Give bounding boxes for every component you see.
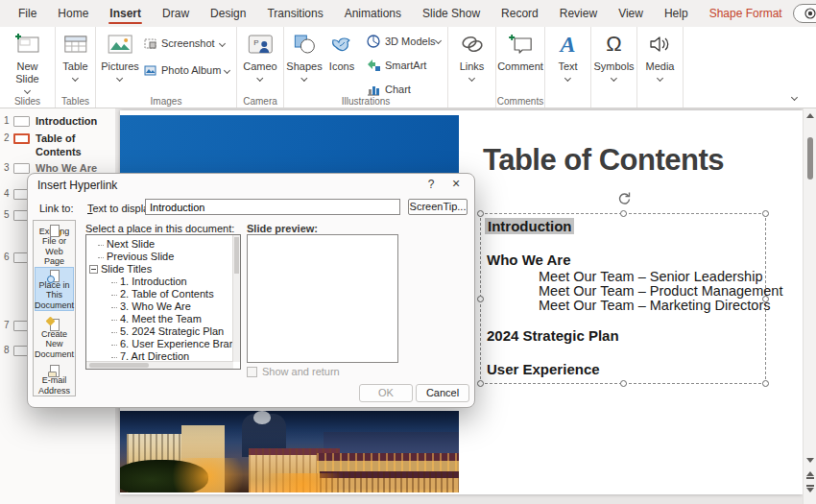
3d-models-button[interactable]: 3D Models: [367, 35, 436, 48]
vertical-scrollbar[interactable]: [803, 108, 816, 504]
menu-tab-animations[interactable]: Animations: [334, 0, 412, 27]
email-address-icon: [47, 365, 62, 373]
tree-horizontal-scrollbar[interactable]: [86, 361, 233, 369]
tree-item-slide-5[interactable]: 5. 2024 Strategic Plan: [86, 325, 230, 338]
collapse-ribbon-icon[interactable]: [791, 94, 798, 101]
links-button[interactable]: Links: [459, 31, 486, 81]
slide-title-text[interactable]: Table of Contents: [483, 143, 724, 178]
resize-handle-top-right[interactable]: [762, 210, 769, 217]
scrollbar-thumb[interactable]: [807, 137, 813, 180]
3d-models-icon: [367, 35, 380, 48]
cameo-label: Cameo: [243, 60, 276, 73]
tree-item-slide-3[interactable]: 3. Who We Are: [86, 300, 230, 313]
place-in-document-option[interactable]: Place in This Document: [35, 267, 74, 311]
icons-label: Icons: [329, 60, 354, 73]
group-label-slides: Slides: [0, 96, 55, 107]
table-button[interactable]: Table: [62, 31, 87, 81]
show-and-return-label: Show and return: [262, 366, 340, 377]
toc-line-marketing-directors[interactable]: Meet Our Team – Marketing Directors: [539, 298, 770, 313]
resize-handle-bottom-right[interactable]: [762, 380, 769, 387]
menu-tab-shape-format[interactable]: Shape Format: [699, 0, 793, 27]
tree-vertical-scrollbar[interactable]: [232, 235, 240, 362]
show-and-return-checkbox[interactable]: [247, 367, 257, 377]
screenshot-icon: [144, 38, 156, 49]
text-button[interactable]: A Text: [558, 31, 577, 81]
symbols-button[interactable]: Ω Symbols: [593, 31, 634, 81]
next-slide-button[interactable]: [806, 485, 814, 492]
menu-tab-slide-show[interactable]: Slide Show: [412, 0, 491, 27]
menu-tab-help[interactable]: Help: [654, 0, 699, 27]
new-slide-button[interactable]: New Slide: [10, 31, 46, 93]
toc-line-product-management[interactable]: Meet Our Team – Product Management: [539, 283, 782, 299]
screentip-button[interactable]: ScreenTip...: [408, 199, 468, 215]
previous-slide-button[interactable]: [806, 471, 814, 479]
toc-line-strategic-plan[interactable]: 2024 Strategic Plan: [487, 327, 619, 344]
screenshot-label: Screenshot: [161, 37, 215, 49]
photo-album-dropdown-icon[interactable]: [224, 67, 230, 74]
menu-tab-home[interactable]: Home: [47, 0, 99, 27]
toc-line-senior-leadership[interactable]: Meet Our Team – Senior Leadership: [539, 269, 762, 284]
menu-tab-transitions[interactable]: Transitions: [256, 0, 333, 27]
table-label: Table: [62, 60, 87, 73]
3d-models-dropdown-icon[interactable]: [435, 37, 442, 44]
icons-button[interactable]: Icons: [329, 31, 354, 73]
screenshot-button[interactable]: Screenshot: [144, 37, 225, 49]
rotation-handle[interactable]: [616, 191, 632, 210]
photo-album-button[interactable]: Photo Album: [144, 64, 221, 76]
show-and-return-row: Show and return: [247, 366, 340, 377]
email-address-option[interactable]: E-mail Address: [35, 363, 74, 396]
tree-item-slide-titles[interactable]: Slide Titles: [86, 263, 230, 276]
toc-line-user-experience[interactable]: User Experience: [487, 361, 600, 377]
chart-button[interactable]: Chart: [367, 83, 411, 96]
toc-line-who-we-are[interactable]: Who We Are: [487, 252, 571, 268]
collapse-expander-icon[interactable]: [89, 265, 98, 274]
resize-handle-top-center[interactable]: [620, 210, 627, 217]
smartart-button[interactable]: SmartArt: [367, 59, 426, 72]
scroll-down-icon[interactable]: [806, 458, 814, 463]
slide-number: 4: [4, 188, 10, 199]
menu-tab-insert[interactable]: Insert: [99, 0, 152, 27]
cancel-button[interactable]: Cancel: [416, 384, 469, 402]
links-label: Links: [460, 60, 485, 73]
menu-tab-record[interactable]: Record: [491, 0, 549, 27]
tree-item-slide-1[interactable]: 1. Introduction: [86, 276, 230, 288]
tree-item-slide-2[interactable]: 2. Table of Contents: [86, 288, 230, 300]
scroll-up-icon[interactable]: [806, 113, 814, 118]
tree-item-slide-4[interactable]: 4. Meet the Team: [86, 313, 230, 325]
ok-button[interactable]: OK: [359, 384, 413, 402]
resize-handle-middle-left[interactable]: [477, 296, 484, 302]
shapes-button[interactable]: Shapes: [286, 31, 322, 81]
resize-handle-middle-right[interactable]: [762, 296, 769, 302]
ribbon-group-tables: Table Tables: [56, 27, 96, 108]
menu-tab-file[interactable]: File: [8, 0, 47, 27]
cameo-button[interactable]: P Cameo: [243, 31, 276, 81]
pictures-button[interactable]: Pictures: [101, 31, 139, 81]
media-button[interactable]: Media: [646, 31, 675, 81]
slide-content-textbox[interactable]: Introduction Who We Are Meet Our Team – …: [480, 213, 766, 384]
tree-item-previous-slide[interactable]: Previous Slide: [86, 251, 230, 263]
tree-item-next-slide[interactable]: Next Slide: [86, 238, 230, 251]
slide-top-image[interactable]: [120, 115, 459, 175]
links-icon: [459, 31, 486, 58]
create-new-document-option[interactable]: Create New Document: [35, 317, 74, 359]
record-button[interactable]: Record: [793, 4, 816, 23]
new-slide-dropdown-icon: [24, 87, 31, 94]
text-to-display-input[interactable]: [145, 199, 400, 215]
tree-item-slide-6[interactable]: 6. User Experience Brand Act: [86, 338, 230, 350]
menu-tab-review[interactable]: Review: [549, 0, 608, 27]
shapes-icon: [293, 31, 316, 58]
resize-handle-top-left[interactable]: [477, 210, 484, 217]
menu-tab-draw[interactable]: Draw: [152, 0, 200, 27]
menu-tab-design[interactable]: Design: [200, 0, 256, 27]
comment-button[interactable]: Comment: [497, 31, 543, 73]
existing-file-option[interactable]: Existing File or Web Page: [35, 223, 74, 265]
place-in-document-icon: [47, 270, 62, 278]
menu-tab-view[interactable]: View: [608, 0, 654, 27]
resize-handle-bottom-center[interactable]: [620, 380, 627, 387]
omega-symbol-icon: Ω: [606, 31, 621, 58]
dialog-help-button[interactable]: ?: [422, 178, 440, 192]
slide-city-photo[interactable]: [120, 411, 459, 492]
dialog-close-button[interactable]: ×: [447, 176, 465, 192]
resize-handle-bottom-left[interactable]: [477, 380, 484, 387]
toc-line-introduction[interactable]: Introduction: [485, 218, 574, 234]
